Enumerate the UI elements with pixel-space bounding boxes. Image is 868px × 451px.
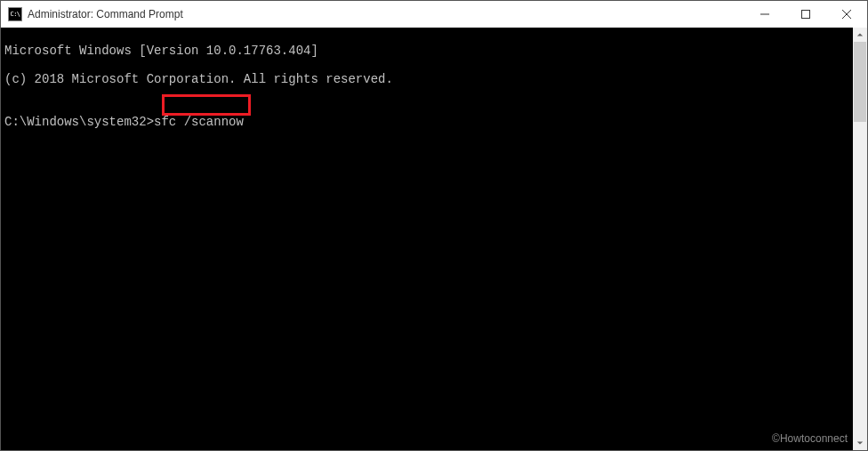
close-button[interactable] — [826, 1, 867, 28]
window-title: Administrator: Command Prompt — [28, 8, 183, 20]
vertical-scrollbar[interactable] — [853, 28, 867, 450]
scrollbar-thumb[interactable] — [854, 42, 866, 122]
terminal-prompt: C:\Windows\system32> — [4, 115, 154, 129]
terminal-command: sfc /scannow — [154, 115, 244, 129]
terminal-prompt-line: C:\Windows\system32>sfc /scannow — [4, 115, 864, 129]
scrollbar-up-button[interactable] — [853, 28, 867, 42]
watermark-text: ©Howtoconnect — [772, 432, 848, 445]
terminal-content: Microsoft Windows [Version 10.0.17763.40… — [1, 28, 867, 159]
maximize-button[interactable] — [785, 1, 826, 28]
terminal-line-version: Microsoft Windows [Version 10.0.17763.40… — [4, 44, 864, 58]
command-prompt-window: C:\ Administrator: Command Prompt Micros… — [0, 0, 868, 451]
minimize-icon — [760, 10, 769, 19]
scrollbar-down-button[interactable] — [853, 436, 867, 450]
chevron-up-icon — [856, 31, 864, 38]
titlebar[interactable]: C:\ Administrator: Command Prompt — [1, 1, 867, 28]
cmd-icon: C:\ — [8, 7, 22, 21]
maximize-icon — [801, 10, 810, 19]
close-icon — [842, 10, 851, 19]
chevron-down-icon — [856, 439, 864, 447]
cmd-icon-text: C:\ — [10, 12, 20, 18]
cursor — [244, 117, 251, 129]
terminal-line-copyright: (c) 2018 Microsoft Corporation. All righ… — [4, 72, 864, 86]
window-controls — [744, 1, 867, 28]
minimize-button[interactable] — [744, 1, 785, 28]
svg-rect-1 — [802, 11, 810, 19]
terminal-area[interactable]: Microsoft Windows [Version 10.0.17763.40… — [1, 28, 867, 450]
